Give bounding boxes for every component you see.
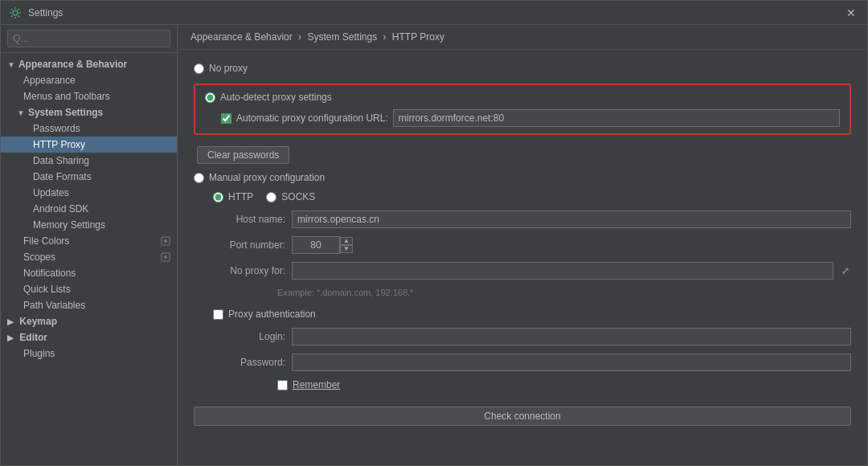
manual-proxy-label: Manual proxy configuration (209, 172, 325, 183)
manual-proxy-radio[interactable] (194, 173, 204, 183)
port-wrapper: ▲ ▼ (292, 236, 353, 254)
clear-passwords-button[interactable]: Clear passwords (197, 146, 289, 164)
title-bar-left: Settings (9, 6, 63, 19)
remember-label: Remember (293, 379, 340, 390)
sidebar-item-path-variables[interactable]: Path Variables (1, 297, 177, 313)
http-socks-row: HTTP SOCKS (194, 191, 851, 202)
host-input[interactable] (292, 211, 851, 228)
sidebar-item-plugins[interactable]: Plugins (1, 345, 177, 362)
search-input[interactable] (7, 30, 170, 47)
appearance-behavior-label: Appearance & Behavior (18, 59, 127, 70)
auto-url-row: Automatic proxy configuration URL: (205, 109, 840, 127)
settings-panel: No proxy Auto-detect proxy settings Auto… (178, 50, 867, 465)
content-area: Appearance & Behavior › System Settings … (178, 25, 867, 465)
no-proxy-for-label: No proxy for: (213, 265, 285, 276)
auto-url-checkbox[interactable] (221, 113, 231, 124)
window-title: Settings (28, 7, 63, 18)
socks-radio[interactable] (266, 192, 276, 202)
expand-arrow-appearance-behavior: ▼ (7, 60, 15, 69)
socks-radio-row[interactable]: SOCKS (266, 191, 315, 202)
host-label: Host name: (213, 214, 285, 225)
svg-point-4 (164, 255, 167, 259)
port-spinner: ▲ ▼ (340, 237, 353, 253)
no-proxy-radio[interactable] (194, 63, 204, 74)
auto-detect-label: Auto-detect proxy settings (220, 92, 332, 103)
sidebar-item-keymap[interactable]: ▶ Keymap (1, 313, 177, 329)
port-row: Port number: ▲ ▼ (194, 236, 851, 254)
auto-url-input[interactable] (393, 109, 840, 127)
nav-tree: ▼ Appearance & Behavior Appearance Menus… (1, 53, 177, 465)
sidebar-item-system-settings[interactable]: ▼ System Settings (1, 104, 177, 121)
auto-detect-box: Auto-detect proxy settings Automatic pro… (194, 84, 851, 135)
sidebar-item-appearance-behavior[interactable]: ▼ Appearance & Behavior (1, 56, 177, 72)
port-decrement-button[interactable]: ▼ (340, 245, 353, 253)
sidebar-item-memory-settings[interactable]: Memory Settings (1, 217, 177, 233)
settings-window: Settings ✕ ▼ Appearance & Behavior Appea… (0, 0, 868, 466)
auto-detect-radio[interactable] (205, 92, 215, 103)
no-proxy-for-row: No proxy for: ⤢ (194, 262, 851, 280)
clear-passwords-wrapper: Clear passwords (194, 143, 851, 164)
no-proxy-label: No proxy (209, 63, 248, 74)
expand-arrow-system-settings: ▼ (17, 108, 25, 117)
login-label: Login: (213, 331, 285, 342)
proxy-section: No proxy Auto-detect proxy settings Auto… (194, 63, 851, 426)
proxy-auth-row: Proxy authentication (194, 309, 851, 320)
sidebar-item-date-formats[interactable]: Date Formats (1, 169, 177, 185)
host-row: Host name: (194, 211, 851, 228)
expand-arrow-editor: ▶ (7, 333, 14, 342)
password-row: Password: (194, 354, 851, 371)
sidebar-item-scopes[interactable]: Scopes (1, 249, 177, 265)
port-input[interactable] (292, 236, 340, 254)
sidebar-item-http-proxy[interactable]: HTTP Proxy (1, 137, 177, 153)
http-radio-row[interactable]: HTTP (213, 191, 253, 202)
manual-proxy-row[interactable]: Manual proxy configuration (194, 172, 851, 183)
sidebar-item-data-sharing[interactable]: Data Sharing (1, 153, 177, 169)
settings-icon (9, 6, 22, 19)
no-proxy-for-input[interactable] (292, 262, 833, 280)
socks-label: SOCKS (281, 191, 315, 202)
proxy-auth-label: Proxy authentication (228, 309, 316, 320)
search-box (1, 25, 177, 53)
proxy-auth-checkbox[interactable] (213, 309, 223, 320)
sidebar-item-file-colors[interactable]: File Colors (1, 233, 177, 249)
title-bar: Settings ✕ (1, 1, 867, 25)
close-button[interactable]: ✕ (843, 6, 859, 19)
no-proxy-row[interactable]: No proxy (194, 63, 851, 74)
port-increment-button[interactable]: ▲ (340, 237, 353, 245)
port-label: Port number: (213, 239, 285, 251)
sidebar-item-quick-lists[interactable]: Quick Lists (1, 281, 177, 297)
login-input[interactable] (292, 328, 851, 345)
sidebar-item-android-sdk[interactable]: Android SDK (1, 201, 177, 217)
svg-point-2 (164, 239, 167, 243)
file-colors-icon (161, 236, 170, 246)
sidebar-item-notifications[interactable]: Notifications (1, 265, 177, 281)
svg-point-0 (13, 10, 18, 15)
main-content: ▼ Appearance & Behavior Appearance Menus… (1, 25, 867, 465)
password-input[interactable] (292, 354, 851, 371)
auto-url-label: Automatic proxy configuration URL: (236, 112, 388, 124)
sidebar-item-updates[interactable]: Updates (1, 185, 177, 201)
sidebar-item-appearance[interactable]: Appearance (1, 72, 177, 88)
sidebar-item-editor[interactable]: ▶ Editor (1, 329, 177, 345)
remember-row: Remember (194, 379, 851, 390)
breadcrumb: Appearance & Behavior › System Settings … (178, 25, 867, 50)
sidebar: ▼ Appearance & Behavior Appearance Menus… (1, 25, 178, 465)
auto-detect-inner: Auto-detect proxy settings Automatic pro… (205, 92, 840, 127)
sidebar-item-passwords[interactable]: Passwords (1, 121, 177, 137)
scopes-icon (161, 252, 170, 262)
sidebar-item-menus-toolbars[interactable]: Menus and Toolbars (1, 88, 177, 104)
example-text: Example: *.domain.com, 192.168.* (194, 288, 851, 297)
login-row: Login: (194, 328, 851, 345)
auto-detect-row[interactable]: Auto-detect proxy settings (205, 92, 840, 103)
password-label: Password: (213, 357, 285, 368)
remember-checkbox[interactable] (277, 380, 288, 390)
no-proxy-expand-button[interactable]: ⤢ (840, 264, 851, 278)
check-connection-button[interactable]: Check connection (194, 407, 851, 426)
expand-arrow-keymap: ▶ (7, 317, 14, 326)
http-label: HTTP (228, 191, 253, 202)
http-radio[interactable] (213, 192, 223, 202)
